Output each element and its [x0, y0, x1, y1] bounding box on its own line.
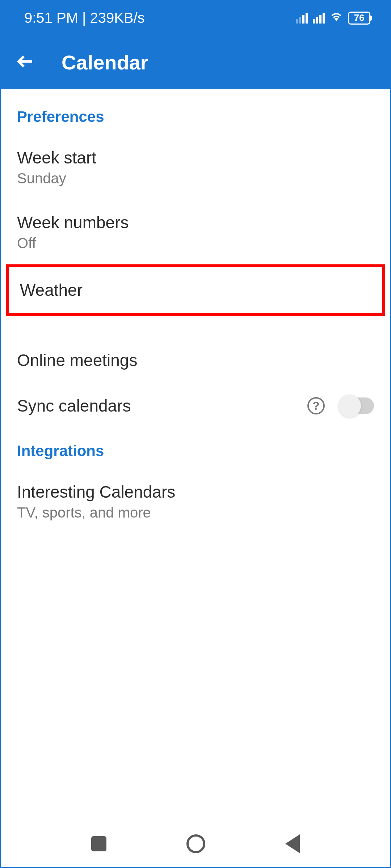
nav-home-button[interactable]: [186, 834, 205, 853]
setting-week-numbers[interactable]: Week numbers Off: [1, 200, 390, 264]
setting-weather[interactable]: Weather: [6, 264, 385, 316]
back-button[interactable]: [15, 51, 35, 73]
nav-back-button[interactable]: [285, 834, 300, 853]
settings-content: Preferences Week start Sunday Week numbe…: [1, 89, 390, 820]
setting-sync-calendars[interactable]: Sync calendars ?: [1, 383, 390, 429]
setting-online-meetings[interactable]: Online meetings: [1, 337, 390, 383]
wifi-icon: [330, 10, 343, 26]
sync-calendars-toggle[interactable]: [339, 397, 374, 414]
setting-title: Interesting Calendars: [17, 482, 175, 502]
section-header-integrations: Integrations: [1, 429, 390, 469]
setting-title: Week start: [17, 148, 96, 167]
battery-indicator: 76: [348, 12, 370, 25]
setting-title: Online meetings: [17, 350, 137, 370]
status-bar: 9:51 PM | 239KB/s 76: [1, 1, 390, 35]
setting-title: Weather: [20, 280, 83, 300]
signal-sim2-icon: [313, 13, 325, 24]
arrow-left-icon: [15, 51, 35, 72]
toggle-knob: [339, 395, 361, 417]
setting-value: Off: [17, 235, 129, 251]
status-time-net: 9:51 PM | 239KB/s: [24, 10, 145, 26]
setting-week-start[interactable]: Week start Sunday: [1, 135, 390, 200]
signal-sim1-icon: [296, 13, 308, 24]
setting-value: Sunday: [17, 170, 96, 187]
setting-interesting-calendars[interactable]: Interesting Calendars TV, sports, and mo…: [1, 469, 390, 534]
setting-subtitle: TV, sports, and more: [17, 505, 175, 521]
setting-title: Week numbers: [17, 213, 129, 232]
app-bar: Calendar: [1, 35, 390, 89]
page-title: Calendar: [62, 51, 148, 74]
setting-title: Sync calendars: [17, 396, 131, 416]
section-header-preferences: Preferences: [1, 94, 390, 135]
help-icon[interactable]: ?: [307, 397, 325, 414]
battery-level: 76: [354, 12, 365, 24]
nav-recents-button[interactable]: [91, 836, 106, 851]
navigation-bar: [1, 820, 390, 867]
